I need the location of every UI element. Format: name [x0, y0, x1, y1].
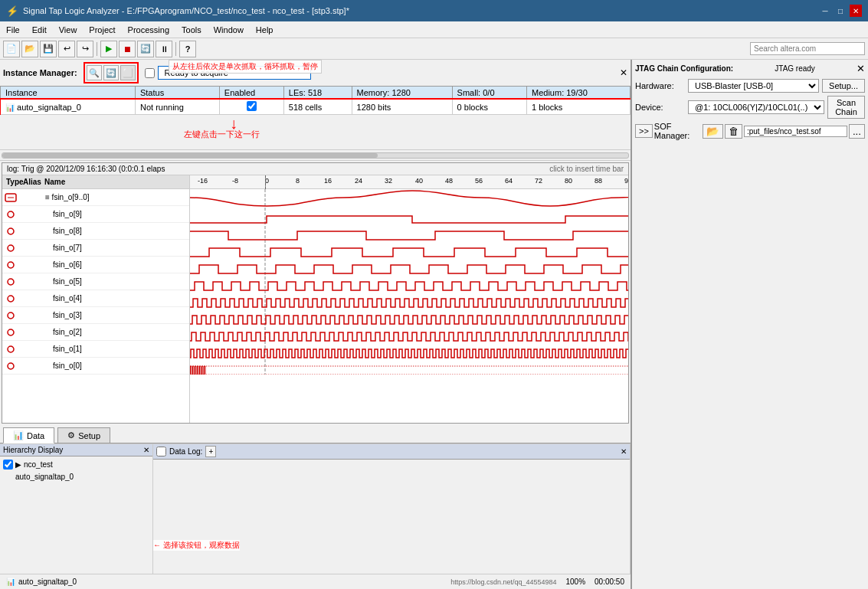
jtag-device-row: Device: @1: 10CL006(Y|Z)/10CL01(..) Scan… — [635, 96, 865, 119]
menu-view[interactable]: View — [53, 24, 84, 36]
jtag-sof-browse-button[interactable]: 📂 — [703, 124, 723, 139]
maximize-button[interactable]: □ — [834, 5, 847, 17]
help-button[interactable]: ? — [179, 41, 196, 57]
menu-processing[interactable]: Processing — [122, 24, 175, 36]
open-button[interactable]: 📂 — [21, 41, 38, 57]
menu-project[interactable]: Project — [83, 24, 121, 36]
pause-button[interactable]: ⏸ — [156, 41, 172, 57]
col-alias: Alias — [21, 177, 42, 187]
toolbar: 📄 📂 💾 ↩ ↪ ▶ ⏹ 🔄 ⏸ ? — [0, 38, 868, 60]
signal-row-1[interactable]: fsin_o[9] — [2, 206, 189, 223]
run-analysis-button[interactable]: ▶ — [100, 41, 117, 57]
instance-manager-close[interactable]: ✕ — [620, 67, 627, 78]
single-capture-button[interactable]: 🔍 — [87, 65, 102, 80]
col-type: Type — [4, 177, 21, 187]
loop-capture-button[interactable]: 🔄 — [103, 65, 119, 80]
h-scrollbar[interactable] — [0, 149, 631, 160]
signal-type-icon-9 — [2, 344, 19, 355]
hierarchy-item-auto[interactable]: auto_signaltap_0 — [3, 473, 149, 481]
signal-row-7[interactable]: fsin_o[3] — [2, 307, 189, 324]
stop-button[interactable]: ⏹ — [119, 41, 136, 57]
hierarchy-content: ▶ nco_test auto_signaltap_0 — [0, 456, 152, 574]
signal-name-0: ≡ fsin_o[9..0] — [42, 193, 189, 201]
datalog-add-button[interactable]: + — [205, 446, 216, 457]
save-button[interactable]: 💾 — [40, 41, 57, 57]
time-mark-96: 96 — [624, 177, 628, 185]
instance-row-0[interactable]: 📊 auto_signaltap_0 Not running 518 cells… — [1, 100, 631, 115]
instance-enabled-checkbox[interactable] — [247, 101, 257, 111]
signal-row-6[interactable]: fsin_o[4] — [2, 290, 189, 307]
click-hint: click to insert time bar — [549, 165, 624, 173]
signal-row-2[interactable]: fsin_o[8] — [2, 223, 189, 240]
jtag-device-label: Device: — [635, 103, 685, 112]
col-instance: Instance — [1, 87, 136, 100]
time-mark--16: -16 — [198, 177, 208, 185]
tab-data[interactable]: 📊 Data — [3, 427, 54, 443]
bit-icon-10 — [5, 361, 17, 371]
col-status: Status — [135, 87, 219, 100]
menu-window[interactable]: Window — [208, 24, 250, 36]
svg-point-7 — [8, 296, 14, 302]
new-button[interactable]: 📄 — [3, 41, 20, 57]
undo-button[interactable]: ↩ — [58, 41, 75, 57]
signal-type-icon-6 — [2, 293, 19, 304]
jtag-download-button[interactable]: >> — [635, 124, 653, 138]
waveform-header: log: Trig @ 2020/12/09 16:16:30 (0:0:0.1… — [2, 163, 628, 175]
search-input[interactable] — [750, 42, 865, 55]
jtag-sof-row: >> SOF Manager: 📂 🗑 ... — [635, 122, 865, 140]
tab-setup[interactable]: ⚙ Setup — [57, 427, 110, 443]
hierarchy-item-nco[interactable]: ▶ nco_test — [3, 460, 149, 470]
signal-row-9[interactable]: fsin_o[1] — [2, 341, 189, 358]
autorun-button[interactable]: 🔄 — [137, 41, 154, 57]
signal-type-icon-0 — [2, 192, 19, 203]
annotation-click-row: 左键点击一下这一行 — [184, 129, 260, 140]
datalog-label: Data Log: — [169, 447, 202, 456]
instance-status-cell: Not running — [135, 100, 219, 115]
svg-point-5 — [8, 262, 14, 268]
waveform-body: Type Alias Name ≡ fsin_o[9.. — [2, 175, 628, 423]
datalog-checkbox[interactable] — [156, 447, 166, 456]
time-mark-32: 32 — [385, 177, 392, 185]
signal-name-5: fsin_o[5] — [42, 277, 189, 286]
jtag-setup-button[interactable]: Setup... — [822, 79, 865, 93]
hierarchy-close-button[interactable]: ✕ — [143, 446, 149, 454]
jtag-panel-close[interactable]: ✕ — [857, 63, 865, 74]
jtag-panel: JTAG Chain Configuration: JTAG ready ✕ H… — [631, 60, 868, 589]
signal-name-1: fsin_o[9] — [42, 210, 189, 218]
minimize-button[interactable]: ─ — [819, 5, 831, 17]
stop-capture-button[interactable]: ⬜ — [120, 65, 136, 80]
instance-checkbox[interactable] — [145, 68, 155, 78]
bit-icon-6 — [5, 293, 17, 304]
signal-row-5[interactable]: fsin_o[5] — [2, 273, 189, 290]
status-bar: 📊 auto_signaltap_0 https://blog.csdn.net… — [0, 574, 631, 589]
svg-point-8 — [8, 312, 14, 319]
close-button[interactable]: ✕ — [850, 5, 862, 17]
status-icon: 📊 — [6, 578, 15, 586]
signal-row-3[interactable]: fsin_o[7] — [2, 240, 189, 257]
svg-point-9 — [8, 329, 14, 335]
datalog-close-button[interactable]: ✕ — [621, 447, 627, 456]
jtag-sof-delete-button[interactable]: 🗑 — [725, 124, 742, 139]
menu-tools[interactable]: Tools — [175, 24, 208, 36]
signal-name-7: fsin_o[3] — [42, 311, 189, 319]
hierarchy-checkbox-nco[interactable] — [3, 460, 13, 470]
jtag-device-select[interactable]: @1: 10CL006(Y|Z)/10CL01(..) — [688, 100, 824, 114]
jtag-sof-input[interactable] — [744, 126, 847, 137]
menu-edit[interactable]: Edit — [26, 24, 53, 36]
col-name: Name — [42, 177, 188, 187]
jtag-sof-add-button[interactable]: ... — [849, 124, 865, 139]
hierarchy-label: Hierarchy Display — [3, 446, 63, 454]
bit-icon-9 — [5, 344, 17, 355]
signal-row-8[interactable]: fsin_o[2] — [2, 324, 189, 341]
signal-row-4[interactable]: fsin_o[6] — [2, 257, 189, 273]
jtag-hardware-select[interactable]: USB-Blaster [USB-0] — [688, 79, 819, 93]
signal-row-10[interactable]: fsin_o[0] — [2, 358, 189, 375]
bus-icon — [5, 192, 17, 203]
waveform-canvas[interactable]: -16 -8 0 8 16 24 32 40 48 56 64 72 — [190, 175, 628, 423]
redo-button[interactable]: ↪ — [77, 41, 93, 57]
signal-row-0[interactable]: ≡ fsin_o[9..0] — [2, 189, 189, 206]
hierarchy-panel-header: Hierarchy Display ✕ — [0, 444, 152, 456]
menu-file[interactable]: File — [0, 24, 26, 36]
jtag-scan-button[interactable]: Scan Chain — [827, 96, 865, 119]
menu-help[interactable]: Help — [250, 24, 280, 36]
